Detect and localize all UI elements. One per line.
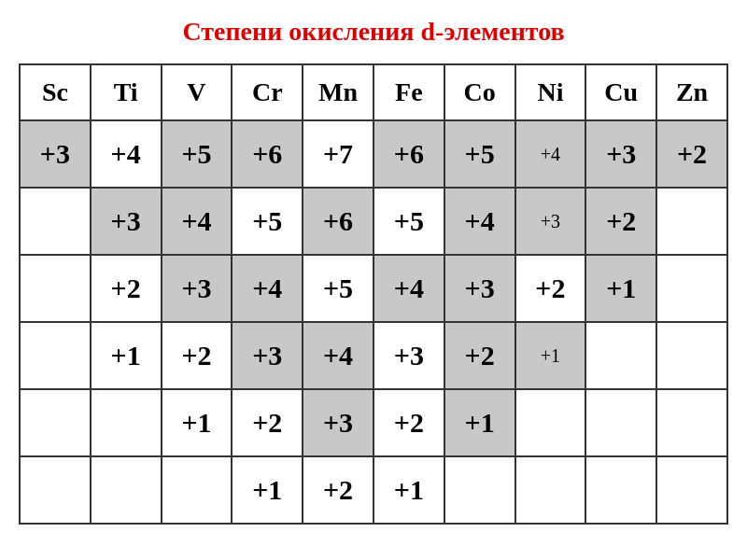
table-cell xyxy=(585,456,656,524)
table-cell xyxy=(20,389,91,456)
table-cell xyxy=(91,456,162,524)
table-cell xyxy=(656,322,727,389)
table-cell: +6 xyxy=(303,188,374,255)
table-cell: +2 xyxy=(444,322,515,389)
column-header-zn: Zn xyxy=(656,64,727,120)
table-cell: +4 xyxy=(374,255,444,322)
table-row: +3+4+5+6+5+4+3+2 xyxy=(20,188,727,255)
table-cell xyxy=(656,456,727,524)
table-row: +2+3+4+5+4+3+2+1 xyxy=(20,255,727,322)
table-cell: +4 xyxy=(515,120,586,188)
table-cell: +2 xyxy=(374,389,444,456)
table-cell: +2 xyxy=(515,255,586,322)
table-cell: +2 xyxy=(91,255,162,322)
table-cell: +4 xyxy=(303,322,374,389)
table-cell: +6 xyxy=(374,120,444,188)
column-header-ni: Ni xyxy=(515,64,586,120)
table-row: +3+4+5+6+7+6+5+4+3+2 xyxy=(20,120,727,188)
column-header-cu: Cu xyxy=(585,64,656,120)
oxidation-table: ScTiVCrMnFeCoNiCuZn +3+4+5+6+7+6+5+4+3+2… xyxy=(19,63,728,525)
column-header-sc: Sc xyxy=(20,64,91,120)
table-row: +1+2+3+2+1 xyxy=(20,389,727,456)
table-cell: +3 xyxy=(444,255,515,322)
table-cell: +2 xyxy=(656,120,727,188)
table-cell: +1 xyxy=(162,389,233,456)
table-cell xyxy=(656,389,727,456)
table-body: +3+4+5+6+7+6+5+4+3+2+3+4+5+6+5+4+3+2+2+3… xyxy=(20,120,727,524)
table-cell: +5 xyxy=(374,188,444,255)
table-cell xyxy=(585,322,656,389)
table-cell: +3 xyxy=(232,322,303,389)
table-cell: +4 xyxy=(444,188,515,255)
table-cell: +2 xyxy=(162,322,233,389)
table-cell: +3 xyxy=(20,120,91,188)
table-cell xyxy=(20,322,91,389)
page-title: Степени окисления d-элементов xyxy=(182,17,564,47)
table-cell: +3 xyxy=(585,120,656,188)
table-cell: +3 xyxy=(91,188,162,255)
table-header-row: ScTiVCrMnFeCoNiCuZn xyxy=(20,64,727,120)
table-cell: +1 xyxy=(585,255,656,322)
table-row: +1+2+1 xyxy=(20,456,727,524)
table-cell: +4 xyxy=(162,188,233,255)
table-cell: +3 xyxy=(162,255,233,322)
table-cell: +5 xyxy=(303,255,374,322)
table-cell: +2 xyxy=(585,188,656,255)
table-cell: +5 xyxy=(444,120,515,188)
table-row: +1+2+3+4+3+2+1 xyxy=(20,322,727,389)
table-cell: +1 xyxy=(91,322,162,389)
table-cell: +5 xyxy=(232,188,303,255)
column-header-ti: Ti xyxy=(91,64,162,120)
table-cell: +1 xyxy=(444,389,515,456)
table-cell xyxy=(444,456,515,524)
table-cell xyxy=(91,389,162,456)
table-cell: +1 xyxy=(374,456,444,524)
column-header-fe: Fe xyxy=(374,64,444,120)
table-cell: +5 xyxy=(162,120,233,188)
table-cell xyxy=(162,456,233,524)
table-cell xyxy=(20,255,91,322)
table-cell xyxy=(20,188,91,255)
table-cell: +3 xyxy=(303,389,374,456)
table-cell xyxy=(20,456,91,524)
table-cell: +2 xyxy=(303,456,374,524)
table-cell: +3 xyxy=(515,188,586,255)
table-cell: +1 xyxy=(515,322,586,389)
column-header-co: Co xyxy=(444,64,515,120)
column-header-mn: Mn xyxy=(303,64,374,120)
table-cell: +6 xyxy=(232,120,303,188)
column-header-v: V xyxy=(162,64,233,120)
table-cell xyxy=(515,389,586,456)
table-cell: +1 xyxy=(232,456,303,524)
table-cell xyxy=(515,456,586,524)
table-cell: +3 xyxy=(374,322,444,389)
table-cell xyxy=(656,188,727,255)
table-cell xyxy=(585,389,656,456)
table-cell: +4 xyxy=(232,255,303,322)
table-cell: +7 xyxy=(303,120,374,188)
table-cell: +2 xyxy=(232,389,303,456)
table-cell xyxy=(656,255,727,322)
table-cell: +4 xyxy=(91,120,162,188)
column-header-cr: Cr xyxy=(232,64,303,120)
